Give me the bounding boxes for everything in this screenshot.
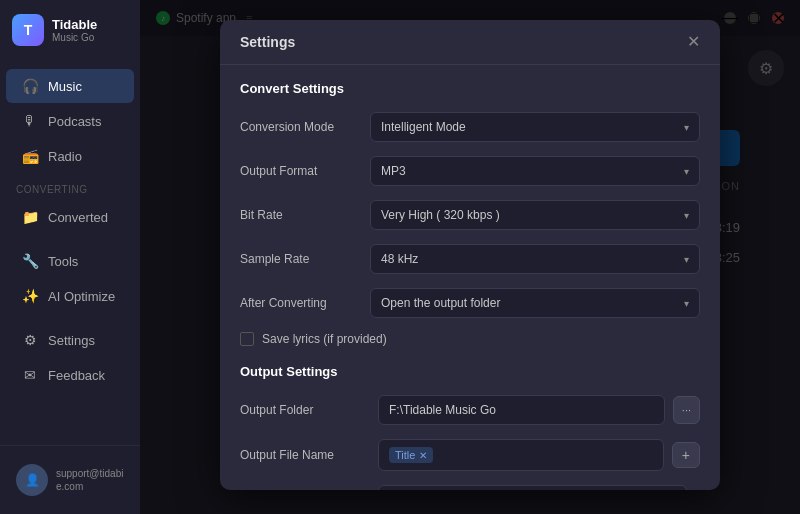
- settings-icon: ⚙: [22, 332, 38, 348]
- save-lyrics-row: Save lyrics (if provided): [240, 332, 700, 346]
- output-format-value: MP3: [381, 164, 406, 178]
- brand-icon: T: [12, 14, 44, 46]
- chevron-down-icon: ▾: [684, 122, 689, 133]
- conversion-mode-label: Conversion Mode: [240, 120, 370, 134]
- sidebar-item-feedback-label: Feedback: [48, 368, 105, 383]
- sidebar-item-ai-optimize[interactable]: ✨ AI Optimize: [6, 279, 134, 313]
- output-section-title: Output Settings: [240, 364, 700, 379]
- sidebar-item-settings[interactable]: ⚙ Settings: [6, 323, 134, 357]
- sample-rate-value: 48 kHz: [381, 252, 418, 266]
- sidebar-item-podcasts[interactable]: 🎙 Podcasts: [6, 104, 134, 138]
- bit-rate-select[interactable]: Very High ( 320 kbps ) ▾: [370, 200, 700, 230]
- brand: T Tidable Music Go: [0, 0, 140, 60]
- after-converting-value: Open the output folder: [381, 296, 500, 310]
- save-lyrics-checkbox[interactable]: [240, 332, 254, 346]
- chevron-down-icon: ▾: [684, 254, 689, 265]
- sidebar-item-ai-label: AI Optimize: [48, 289, 115, 304]
- sidebar-item-podcasts-label: Podcasts: [48, 114, 101, 129]
- output-filename-label: Output File Name: [240, 448, 370, 462]
- output-filename-row: Output File Name Title ✕ +: [240, 439, 700, 471]
- radio-icon: 📻: [22, 148, 38, 164]
- tag-close-icon[interactable]: ✕: [419, 450, 427, 461]
- output-format-label: Output Format: [240, 164, 370, 178]
- bit-rate-row: Bit Rate Very High ( 320 kbps ) ▾: [240, 200, 700, 230]
- title-tag-label: Title: [395, 449, 415, 461]
- podcasts-icon: 🎙: [22, 113, 38, 129]
- sidebar-item-radio[interactable]: 📻 Radio: [6, 139, 134, 173]
- sidebar-item-music[interactable]: 🎧 Music: [6, 69, 134, 103]
- modal-close-button[interactable]: ✕: [687, 34, 700, 50]
- sample-rate-row: Sample Rate 48 kHz ▾: [240, 244, 700, 274]
- output-folder-input[interactable]: [378, 395, 665, 425]
- sidebar-item-tools[interactable]: 🔧 Tools: [6, 244, 134, 278]
- sidebar-bottom: 👤 support@tidabi e.com: [0, 445, 140, 514]
- output-filename-input[interactable]: Title ✕: [378, 439, 664, 471]
- output-section: Output Settings Output Folder ··· Output…: [240, 364, 700, 490]
- sidebar-item-converted[interactable]: 📁 Converted: [6, 200, 134, 234]
- converting-section-label: Converting: [0, 174, 140, 199]
- sidebar: T Tidable Music Go 🎧 Music 🎙 Podcasts 📻 …: [0, 0, 140, 514]
- add-tag-button[interactable]: +: [672, 442, 700, 468]
- sidebar-item-settings-label: Settings: [48, 333, 95, 348]
- user-profile[interactable]: 👤 support@tidabi e.com: [8, 456, 132, 504]
- after-converting-select[interactable]: Open the output folder ▾: [370, 288, 700, 318]
- modal-header: Settings ✕: [220, 20, 720, 65]
- title-tag: Title ✕: [389, 447, 433, 463]
- sidebar-nav: 🎧 Music 🎙 Podcasts 📻 Radio Converting 📁 …: [0, 60, 140, 445]
- after-converting-row: After Converting Open the output folder …: [240, 288, 700, 318]
- sidebar-item-feedback[interactable]: ✉ Feedback: [6, 358, 134, 392]
- settings-modal: Settings ✕ Convert Settings Conversion M…: [220, 20, 720, 490]
- sidebar-item-radio-label: Radio: [48, 149, 82, 164]
- conversion-mode-select[interactable]: Intelligent Mode ▾: [370, 112, 700, 142]
- output-organized-select[interactable]: Playlist ▾: [378, 485, 687, 490]
- sidebar-item-tools-label: Tools: [48, 254, 78, 269]
- output-organized-row: Output Organized Playlist ▾ ℹ: [240, 485, 700, 490]
- sample-rate-select[interactable]: 48 kHz ▾: [370, 244, 700, 274]
- bit-rate-value: Very High ( 320 kbps ): [381, 208, 500, 222]
- conversion-mode-row: Conversion Mode Intelligent Mode ▾: [240, 112, 700, 142]
- sidebar-item-converted-label: Converted: [48, 210, 108, 225]
- brand-subtitle: Music Go: [52, 32, 97, 43]
- chevron-down-icon: ▾: [684, 210, 689, 221]
- feedback-icon: ✉: [22, 367, 38, 383]
- modal-overlay: Settings ✕ Convert Settings Conversion M…: [140, 0, 800, 514]
- tools-icon: 🔧: [22, 253, 38, 269]
- brand-title: Tidable: [52, 17, 97, 32]
- modal-body: Convert Settings Conversion Mode Intelli…: [220, 65, 720, 490]
- brand-text: Tidable Music Go: [52, 17, 97, 43]
- browse-folder-button[interactable]: ···: [673, 396, 700, 424]
- modal-title: Settings: [240, 34, 295, 50]
- chevron-down-icon: ▾: [684, 166, 689, 177]
- output-folder-row: Output Folder ···: [240, 395, 700, 425]
- bit-rate-label: Bit Rate: [240, 208, 370, 222]
- output-format-select[interactable]: MP3 ▾: [370, 156, 700, 186]
- convert-section-title: Convert Settings: [240, 81, 700, 96]
- save-lyrics-label: Save lyrics (if provided): [262, 332, 387, 346]
- chevron-down-icon: ▾: [684, 298, 689, 309]
- main-area: ♪ Spotify app ≡ — □ ✕ ⚙ Convert DURATION…: [140, 0, 800, 514]
- ai-optimize-icon: ✨: [22, 288, 38, 304]
- output-format-row: Output Format MP3 ▾: [240, 156, 700, 186]
- avatar: 👤: [16, 464, 48, 496]
- after-converting-label: After Converting: [240, 296, 370, 310]
- user-email: support@tidabi e.com: [56, 467, 123, 493]
- converted-icon: 📁: [22, 209, 38, 225]
- sample-rate-label: Sample Rate: [240, 252, 370, 266]
- sidebar-item-music-label: Music: [48, 79, 82, 94]
- conversion-mode-value: Intelligent Mode: [381, 120, 466, 134]
- output-folder-label: Output Folder: [240, 403, 370, 417]
- music-icon: 🎧: [22, 78, 38, 94]
